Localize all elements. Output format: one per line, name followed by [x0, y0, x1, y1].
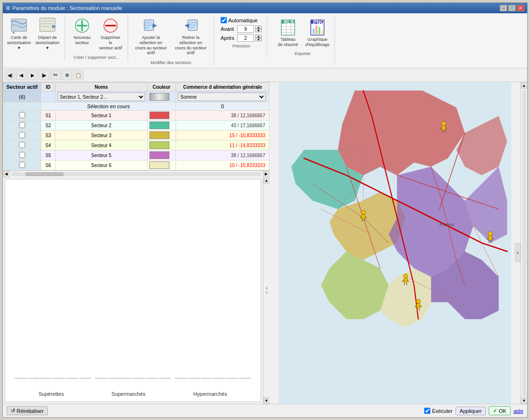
supprimer-secteur-button[interactable]: Supprimer lesecteur actif — [97, 15, 124, 52]
toolbar-items-modifier: Ajouter la sélection encours au secteur … — [132, 15, 210, 57]
mini-btn-3[interactable]: ▶ — [28, 70, 38, 80]
row-checkbox-S6[interactable] — [19, 162, 25, 168]
chart-bar-1-4 — [146, 378, 158, 379]
sel-text-cell: Sélection en cours — [41, 103, 176, 111]
svg-line-49 — [364, 219, 364, 222]
table-row: S6Secteur 610 / -15,8333333 — [3, 160, 270, 170]
row-checkbox-S4[interactable] — [19, 142, 25, 148]
table-row: S2Secteur 243 / 17,1666667 — [3, 121, 270, 131]
row-checkbox-S5[interactable] — [19, 152, 25, 158]
row-value-S5: 38 / 12,1666667 — [176, 150, 270, 160]
secteur-actif-label: Secteur actif — [6, 84, 37, 90]
avant-input[interactable] — [237, 25, 254, 33]
nouveau-secteur-button[interactable]: Nouveausecteur — [69, 15, 95, 47]
table-area: Secteur actif ID Noms Couleur Commerce d… — [3, 82, 270, 170]
apres-input[interactable] — [237, 34, 254, 42]
mini-btn-4[interactable]: |▶ — [39, 70, 49, 80]
toolbar-group-modifier: Ajouter la sélection encours au secteur … — [132, 15, 214, 66]
active-color-swatch — [149, 93, 169, 101]
avant-down-arrow[interactable]: ▼ — [255, 29, 262, 32]
carte-sectorisation-label: Carte desectorisation ▼ — [7, 35, 31, 50]
chart-bar-0-1 — [28, 378, 39, 379]
map-container: France — [270, 82, 521, 404]
avant-up-arrow[interactable]: ▲ — [255, 26, 262, 29]
appliquer-button[interactable]: Appliquer — [456, 407, 486, 415]
mini-btn-copy[interactable]: 📋 — [73, 70, 84, 80]
row-name-S4: Secteur 4 — [56, 140, 148, 150]
side-collapse-button[interactable]: › — [515, 243, 521, 262]
svg-rect-2 — [40, 18, 55, 31]
right-scroll-down[interactable]: ▼ — [521, 397, 528, 404]
row-color-S1 — [148, 111, 176, 121]
sector-table: Secteur actif ID Noms Couleur Commerce d… — [3, 82, 270, 170]
svg-line-67 — [491, 240, 492, 243]
minimize-button[interactable]: ─ — [500, 5, 507, 11]
right-scroll-up[interactable]: ▲ — [521, 82, 528, 89]
mini-btn-1[interactable]: ◀| — [5, 70, 15, 80]
toolbar-items-creer: Nouveausecteur Supprimer lesecteur actif — [69, 15, 124, 52]
svg-rect-45 — [362, 215, 365, 219]
svg-line-54 — [404, 282, 405, 285]
supprimer-icon — [102, 17, 119, 34]
map-svg[interactable]: France — [270, 82, 521, 404]
row-value-S6: 10 / -15,8333333 — [176, 160, 270, 170]
mini-toolbar: ◀| ◀ ▶ |▶ ✂ ⚙ 📋 — [3, 68, 527, 82]
avant-row: Avant ▲ ▼ — [221, 25, 262, 33]
th-commerce: Commerce d alimentation générale — [176, 83, 270, 92]
ok-checkmark: ✓ — [493, 408, 497, 414]
appliquer-label: Appliquer — [460, 408, 482, 414]
ajouter-selection-button[interactable]: Ajouter la sélection encours au secteur … — [132, 15, 170, 57]
reinitialiser-icon: ↺ — [11, 408, 15, 414]
nouveau-secteur-label: Nouveausecteur — [74, 35, 91, 46]
exporter-label: Exporter — [295, 49, 311, 56]
mini-btn-scissors[interactable]: ✂ — [50, 70, 61, 80]
apres-up-arrow[interactable]: ▲ — [255, 35, 262, 38]
ok-button[interactable]: ✓ OK — [489, 406, 511, 415]
scroll-right-arrow[interactable]: ▶ — [263, 171, 270, 177]
svg-rect-36 — [321, 30, 323, 34]
row-checkbox-S3[interactable] — [19, 132, 25, 138]
mini-btn-2[interactable]: ◀ — [16, 70, 27, 80]
close-button[interactable]: ✕ — [517, 5, 524, 11]
chart-collapse-less[interactable]: < — [264, 287, 269, 289]
color-swatch-S3 — [149, 131, 169, 139]
svg-point-62 — [488, 232, 493, 236]
creer-group-label: Créer / supprimer sect... — [74, 55, 120, 60]
reinitialiser-button[interactable]: ↺ Réinitialiser — [7, 406, 48, 415]
automatique-checkbox[interactable] — [221, 17, 227, 23]
titlebar-buttons: ─ □ ✕ — [500, 5, 524, 11]
scroll-thumb-h[interactable] — [26, 172, 64, 176]
executer-checkbox-label: Exécuter — [424, 408, 452, 414]
chart-group-1 — [95, 378, 171, 379]
window-title: Paramètres du module : Sectorisation man… — [12, 5, 122, 11]
row-checkbox-S1[interactable] — [19, 112, 25, 118]
svg-rect-35 — [318, 27, 320, 34]
tableau-icon: XLS — [279, 19, 297, 36]
row-id-S1: S1 — [41, 111, 56, 121]
row-color-S3 — [148, 131, 176, 140]
carte-sectorisation-button[interactable]: Carte desectorisation ▼ — [6, 15, 32, 52]
apres-down-arrow[interactable]: ▼ — [255, 38, 262, 41]
row-id-S3: S3 — [41, 131, 56, 140]
chart-scroll-up[interactable]: ▲ — [263, 177, 270, 184]
row-value-S4: 11 / -14,8333333 — [176, 140, 270, 150]
executer-checkbox[interactable] — [424, 408, 430, 414]
chart-scroll-down[interactable]: ▼ — [263, 397, 270, 404]
aide-link[interactable]: aide — [513, 408, 523, 414]
tableau-button[interactable]: XLS Tableaude résumé — [275, 17, 301, 49]
tableau-label: Tableaude résumé — [278, 37, 298, 47]
depart-sectorisation-button[interactable]: Départ desectorisation ▼ — [34, 15, 61, 52]
graphique-button[interactable]: PNG Graphiqued'équilibrage — [304, 17, 331, 49]
maximize-button[interactable]: □ — [508, 5, 516, 11]
chart-collapse-more[interactable]: > — [264, 291, 269, 294]
retirer-selection-button[interactable]: Retirer la sélection encours du secteur … — [172, 15, 210, 57]
commerce-dropdown[interactable]: Somme Moyenne — [178, 93, 266, 101]
active-sector-dropdown[interactable]: Secteur 1, Secteur 2... — [57, 93, 145, 101]
row-name-S2: Secteur 2 — [56, 121, 148, 131]
mini-btn-settings[interactable]: ⚙ — [62, 70, 72, 80]
row-value-S1: 38 / 12,1666667 — [176, 111, 270, 121]
scroll-left-arrow[interactable]: ◀ — [3, 171, 9, 177]
row-checkbox-S2[interactable] — [19, 122, 25, 128]
chart-bar-0-2 — [40, 378, 52, 379]
table-row: S1Secteur 138 / 12,1666667 — [3, 111, 270, 121]
